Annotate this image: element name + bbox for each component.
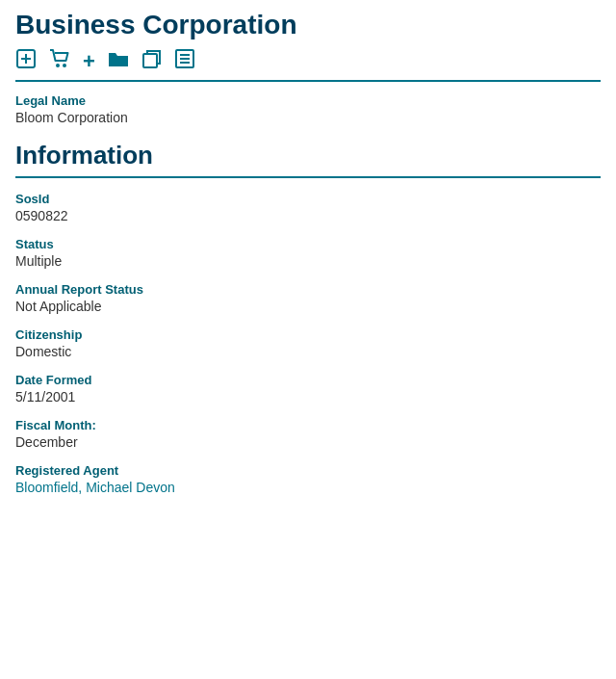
registered-agent-value-link[interactable]: Bloomfield, Michael Devon xyxy=(15,480,175,495)
date-formed-value: 5/11/2001 xyxy=(15,389,601,405)
sosid-value: 0590822 xyxy=(15,208,601,223)
field-fiscal-month: Fiscal Month: December xyxy=(15,418,601,450)
status-value: Multiple xyxy=(15,253,601,269)
fiscal-month-label: Fiscal Month: xyxy=(15,418,601,432)
sosid-label: SosId xyxy=(15,192,601,206)
fields-container: SosId 0590822 Status Multiple Annual Rep… xyxy=(15,192,601,495)
page-title: Business Corporation xyxy=(15,10,601,40)
legal-name-label: Legal Name xyxy=(15,93,601,108)
cart-icon[interactable] xyxy=(48,48,71,74)
field-registered-agent: Registered Agent Bloomfield, Michael Dev… xyxy=(15,463,601,495)
plus-icon[interactable]: + xyxy=(83,51,95,72)
citizenship-value: Domestic xyxy=(15,344,601,359)
information-divider xyxy=(15,176,601,178)
information-section-title: Information xyxy=(15,141,601,170)
registered-agent-label: Registered Agent xyxy=(15,463,601,478)
annual-report-status-label: Annual Report Status xyxy=(15,282,601,297)
field-sosid: SosId 0590822 xyxy=(15,192,601,223)
legal-name-value: Bloom Corporation xyxy=(15,110,601,125)
field-status: Status Multiple xyxy=(15,237,601,269)
field-annual-report-status: Annual Report Status Not Applicable xyxy=(15,282,601,314)
title-divider xyxy=(15,80,601,82)
date-formed-label: Date Formed xyxy=(15,373,601,387)
svg-point-3 xyxy=(56,64,60,67)
add-icon[interactable] xyxy=(15,48,37,74)
status-label: Status xyxy=(15,237,601,251)
toolbar: + xyxy=(15,48,601,74)
field-citizenship: Citizenship Domestic xyxy=(15,327,601,359)
annual-report-status-value: Not Applicable xyxy=(15,299,601,314)
field-date-formed: Date Formed 5/11/2001 xyxy=(15,373,601,405)
copy-icon[interactable] xyxy=(141,48,163,74)
legal-name-block: Legal Name Bloom Corporation xyxy=(15,93,601,125)
fiscal-month-value: December xyxy=(15,434,601,450)
svg-point-4 xyxy=(63,64,66,67)
folder-icon[interactable] xyxy=(107,49,130,73)
citizenship-label: Citizenship xyxy=(15,327,601,342)
list-icon[interactable] xyxy=(174,48,195,74)
svg-rect-5 xyxy=(143,54,157,67)
